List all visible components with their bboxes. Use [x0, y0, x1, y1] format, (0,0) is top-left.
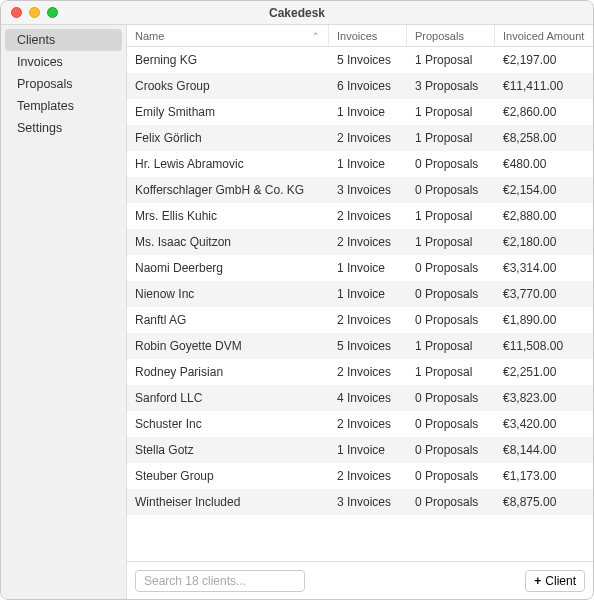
column-header-name[interactable]: Name ⌃ — [127, 25, 329, 46]
sidebar-item-templates[interactable]: Templates — [5, 95, 122, 117]
table-row[interactable]: Nienow Inc1 Invoice0 Proposals€3,770.00 — [127, 281, 593, 307]
cell-proposals: 0 Proposals — [407, 391, 495, 405]
cell-invoices: 1 Invoice — [329, 443, 407, 457]
search-input[interactable] — [135, 570, 305, 592]
table-row[interactable]: Steuber Group2 Invoices0 Proposals€1,173… — [127, 463, 593, 489]
minimize-window-icon[interactable] — [29, 7, 40, 18]
sidebar-item-label: Settings — [17, 121, 62, 135]
sidebar-item-settings[interactable]: Settings — [5, 117, 122, 139]
close-window-icon[interactable] — [11, 7, 22, 18]
cell-proposals: 1 Proposal — [407, 235, 495, 249]
footer: + Client — [127, 561, 593, 599]
table-row[interactable]: Sanford LLC4 Invoices0 Proposals€3,823.0… — [127, 385, 593, 411]
table-row[interactable]: Berning KG5 Invoices1 Proposal€2,197.00 — [127, 47, 593, 73]
table-row[interactable]: Schuster Inc2 Invoices0 Proposals€3,420.… — [127, 411, 593, 437]
cell-name: Stella Gotz — [127, 443, 329, 457]
cell-name: Ms. Isaac Quitzon — [127, 235, 329, 249]
cell-amount: €2,154.00 — [495, 183, 593, 197]
cell-proposals: 1 Proposal — [407, 339, 495, 353]
cell-invoices: 1 Invoice — [329, 287, 407, 301]
cell-name: Steuber Group — [127, 469, 329, 483]
cell-name: Hr. Lewis Abramovic — [127, 157, 329, 171]
cell-name: Felix Görlich — [127, 131, 329, 145]
cell-proposals: 0 Proposals — [407, 417, 495, 431]
cell-invoices: 2 Invoices — [329, 235, 407, 249]
app-body: ClientsInvoicesProposalsTemplatesSetting… — [1, 25, 593, 599]
column-header-proposals[interactable]: Proposals — [407, 25, 495, 46]
sidebar-item-label: Invoices — [17, 55, 63, 69]
titlebar: Cakedesk — [1, 1, 593, 25]
cell-invoices: 3 Invoices — [329, 183, 407, 197]
cell-name: Naomi Deerberg — [127, 261, 329, 275]
cell-proposals: 0 Proposals — [407, 443, 495, 457]
cell-proposals: 0 Proposals — [407, 469, 495, 483]
cell-name: Nienow Inc — [127, 287, 329, 301]
main-pane: Name ⌃ Invoices Proposals Invoiced Amoun… — [127, 25, 593, 599]
table-row[interactable]: Ranftl AG2 Invoices0 Proposals€1,890.00 — [127, 307, 593, 333]
sidebar-item-clients[interactable]: Clients — [5, 29, 122, 51]
add-client-button[interactable]: + Client — [525, 570, 585, 592]
traffic-lights — [1, 7, 58, 18]
cell-invoices: 2 Invoices — [329, 365, 407, 379]
table-row[interactable]: Hr. Lewis Abramovic1 Invoice0 Proposals€… — [127, 151, 593, 177]
cell-name: Ranftl AG — [127, 313, 329, 327]
cell-proposals: 1 Proposal — [407, 209, 495, 223]
cell-invoices: 4 Invoices — [329, 391, 407, 405]
cell-proposals: 1 Proposal — [407, 365, 495, 379]
cell-name: Sanford LLC — [127, 391, 329, 405]
sidebar-item-invoices[interactable]: Invoices — [5, 51, 122, 73]
cell-proposals: 0 Proposals — [407, 287, 495, 301]
cell-proposals: 0 Proposals — [407, 495, 495, 509]
cell-amount: €480.00 — [495, 157, 593, 171]
cell-proposals: 0 Proposals — [407, 313, 495, 327]
table-row[interactable]: Robin Goyette DVM5 Invoices1 Proposal€11… — [127, 333, 593, 359]
table-row[interactable]: Kofferschlager GmbH & Co. KG3 Invoices0 … — [127, 177, 593, 203]
cell-amount: €8,144.00 — [495, 443, 593, 457]
column-header-invoices[interactable]: Invoices — [329, 25, 407, 46]
table-row[interactable]: Emily Smitham1 Invoice1 Proposal€2,860.0… — [127, 99, 593, 125]
cell-amount: €3,770.00 — [495, 287, 593, 301]
column-label: Name — [135, 30, 164, 42]
table-row[interactable]: Ms. Isaac Quitzon2 Invoices1 Proposal€2,… — [127, 229, 593, 255]
cell-name: Emily Smitham — [127, 105, 329, 119]
table-row[interactable]: Stella Gotz1 Invoice0 Proposals€8,144.00 — [127, 437, 593, 463]
cell-amount: €1,890.00 — [495, 313, 593, 327]
table-row[interactable]: Naomi Deerberg1 Invoice0 Proposals€3,314… — [127, 255, 593, 281]
cell-amount: €2,860.00 — [495, 105, 593, 119]
zoom-window-icon[interactable] — [47, 7, 58, 18]
cell-proposals: 0 Proposals — [407, 157, 495, 171]
table-row[interactable]: Felix Görlich2 Invoices1 Proposal€8,258.… — [127, 125, 593, 151]
cell-invoices: 2 Invoices — [329, 469, 407, 483]
cell-amount: €3,314.00 — [495, 261, 593, 275]
cell-amount: €8,258.00 — [495, 131, 593, 145]
cell-name: Schuster Inc — [127, 417, 329, 431]
cell-invoices: 2 Invoices — [329, 417, 407, 431]
cell-proposals: 1 Proposal — [407, 131, 495, 145]
sidebar-item-label: Proposals — [17, 77, 73, 91]
cell-amount: €3,823.00 — [495, 391, 593, 405]
table-row[interactable]: Mrs. Ellis Kuhic2 Invoices1 Proposal€2,8… — [127, 203, 593, 229]
column-header-amount[interactable]: Invoiced Amount — [495, 25, 593, 46]
cell-amount: €2,251.00 — [495, 365, 593, 379]
cell-amount: €1,173.00 — [495, 469, 593, 483]
cell-amount: €11,411.00 — [495, 79, 593, 93]
sidebar-item-label: Clients — [17, 33, 55, 47]
column-label: Proposals — [415, 30, 464, 42]
table-row[interactable]: Crooks Group6 Invoices3 Proposals€11,411… — [127, 73, 593, 99]
sidebar: ClientsInvoicesProposalsTemplatesSetting… — [1, 25, 127, 599]
cell-invoices: 2 Invoices — [329, 313, 407, 327]
cell-name: Rodney Parisian — [127, 365, 329, 379]
column-label: Invoiced Amount — [503, 30, 584, 42]
table-row[interactable]: Wintheiser Included3 Invoices0 Proposals… — [127, 489, 593, 515]
table-body: Berning KG5 Invoices1 Proposal€2,197.00C… — [127, 47, 593, 561]
cell-invoices: 5 Invoices — [329, 53, 407, 67]
cell-proposals: 0 Proposals — [407, 261, 495, 275]
cell-invoices: 2 Invoices — [329, 131, 407, 145]
sidebar-item-proposals[interactable]: Proposals — [5, 73, 122, 95]
cell-amount: €2,880.00 — [495, 209, 593, 223]
cell-invoices: 6 Invoices — [329, 79, 407, 93]
column-label: Invoices — [337, 30, 377, 42]
table-row[interactable]: Rodney Parisian2 Invoices1 Proposal€2,25… — [127, 359, 593, 385]
cell-name: Berning KG — [127, 53, 329, 67]
cell-proposals: 1 Proposal — [407, 53, 495, 67]
